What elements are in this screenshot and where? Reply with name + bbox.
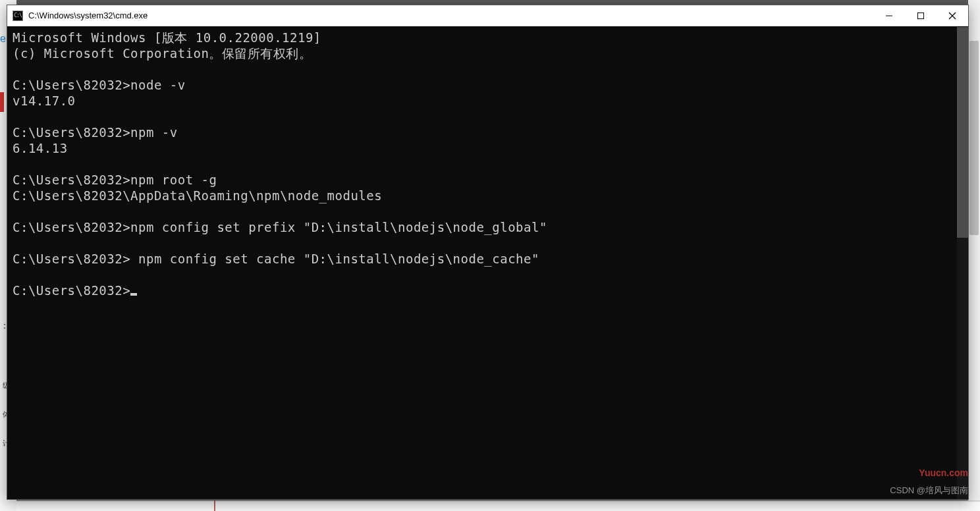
background-vertical-mark [214,500,215,511]
background-red-strip [0,92,4,112]
window-controls [873,5,968,26]
terminal-scrollbar-thumb[interactable] [957,27,968,238]
maximize-button[interactable] [905,5,937,26]
svg-rect-1 [918,13,924,19]
close-icon [948,12,956,20]
background-scrollbar-thumb[interactable] [969,41,979,235]
terminal-output[interactable]: Microsoft Windows [版本 10.0.22000.1219] (… [7,26,968,499]
bg-label-e: e [0,33,6,45]
cmd-window: C:\ C:\Windows\system32\cmd.exe Microsof… [7,5,969,500]
maximize-icon [917,12,925,20]
titlebar[interactable]: C:\ C:\Windows\system32\cmd.exe [7,5,968,26]
minimize-icon [885,12,893,20]
background-scrollbar[interactable] [968,0,980,511]
terminal-scrollbar[interactable] [957,27,968,499]
background-bottom-panel [16,501,980,511]
watermark-csdn: CSDN @培风与图南 [890,485,968,497]
cmd-icon: C:\ [13,11,23,21]
window-title: C:\Windows\system32\cmd.exe [28,11,873,20]
watermark-yuucn: Yuucn.com [919,468,968,478]
cursor [130,293,137,296]
minimize-button[interactable] [873,5,905,26]
close-button[interactable] [937,5,968,26]
